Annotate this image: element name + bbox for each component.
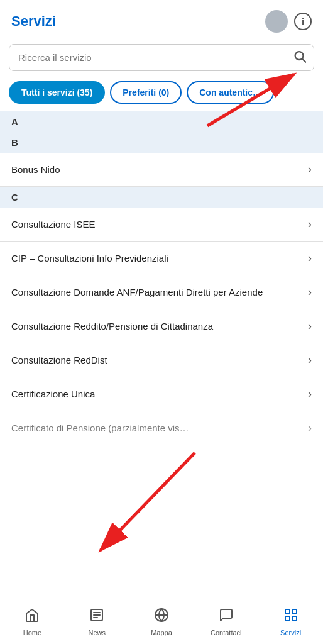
chevron-right-icon: › (308, 163, 312, 176)
list-item[interactable]: Consultazione Reddito/Pensione di Cittad… (0, 309, 323, 343)
content-area: A B Bonus Nido › C Consultazione ISEE › … (0, 111, 323, 496)
list-item[interactable]: CIP – Consultazioni Info Previdenziali › (0, 242, 323, 275)
chevron-right-icon: › (308, 286, 312, 299)
tab-all-services[interactable]: Tutti i servizi (35) (9, 81, 105, 104)
list-item[interactable]: Certificato di Pensione (parzialmente vi… (0, 411, 323, 445)
chat-icon (219, 608, 234, 626)
list-item-label: Certificato di Pensione (parzialmente vi… (11, 421, 308, 435)
nav-label-servizi: Servizi (280, 629, 301, 636)
bottom-nav: Home News Mappa Contattaci (0, 601, 323, 644)
svg-rect-14 (285, 616, 290, 621)
list-item-label: Consultazione RedDist (11, 353, 308, 367)
chevron-right-icon: › (308, 319, 312, 333)
list-item[interactable]: Consultazione RedDist › (0, 343, 323, 377)
grid-icon (283, 608, 298, 626)
tab-favorites[interactable]: Preferiti (0) (110, 81, 182, 104)
chevron-right-icon: › (308, 218, 312, 231)
section-header-a: A (0, 111, 323, 132)
nav-label-contattaci: Contattaci (211, 629, 242, 636)
list-item-label: Consultazione Domande ANF/Pagamenti Dire… (11, 286, 308, 299)
section-header-c: C (0, 187, 323, 208)
nav-item-contattaci[interactable]: Contattaci (194, 601, 258, 644)
list-item-label: Certificazione Unica (11, 387, 308, 401)
header: Servizi i (0, 0, 323, 39)
map-icon (154, 608, 169, 626)
news-icon (89, 608, 104, 626)
section-header-b: B (0, 132, 323, 153)
list-item-label: Bonus Nido (11, 163, 308, 176)
home-icon (25, 608, 40, 626)
svg-line-1 (302, 58, 305, 62)
svg-rect-12 (285, 609, 290, 614)
list-item[interactable]: Certificazione Unica › (0, 377, 323, 411)
header-icons: i (265, 10, 312, 33)
nav-label-news: News (88, 629, 106, 636)
nav-item-servizi[interactable]: Servizi (258, 601, 323, 644)
nav-item-home[interactable]: Home (0, 601, 65, 644)
list-item-label: Consultazione Reddito/Pensione di Cittad… (11, 319, 308, 333)
nav-item-mappa[interactable]: Mappa (129, 601, 194, 644)
search-button[interactable] (293, 49, 307, 66)
avatar[interactable] (265, 10, 288, 33)
nav-label-mappa: Mappa (151, 629, 172, 636)
list-item[interactable]: Bonus Nido › (0, 153, 323, 187)
chevron-right-icon: › (308, 353, 312, 367)
list-item-label: Consultazione ISEE (11, 218, 308, 231)
svg-rect-15 (292, 616, 297, 621)
chevron-right-icon: › (308, 421, 312, 435)
page-title: Servizi (11, 13, 56, 30)
list-item[interactable]: Consultazione ISEE › (0, 208, 323, 242)
chevron-right-icon: › (308, 387, 312, 401)
info-icon[interactable]: i (294, 13, 312, 30)
chevron-right-icon: › (308, 252, 312, 265)
tab-auth[interactable]: Con autentic… (187, 81, 274, 104)
search-bar-wrapper (9, 44, 314, 71)
list-item-label: CIP – Consultazioni Info Previdenziali (11, 252, 308, 265)
nav-label-home: Home (23, 629, 41, 636)
list-item[interactable]: Consultazione Domande ANF/Pagamenti Dire… (0, 275, 323, 309)
svg-rect-13 (292, 609, 297, 614)
nav-item-news[interactable]: News (65, 601, 129, 644)
filter-tabs: Tutti i servizi (35) Preferiti (0) Con a… (0, 79, 323, 111)
search-input[interactable] (9, 44, 314, 71)
